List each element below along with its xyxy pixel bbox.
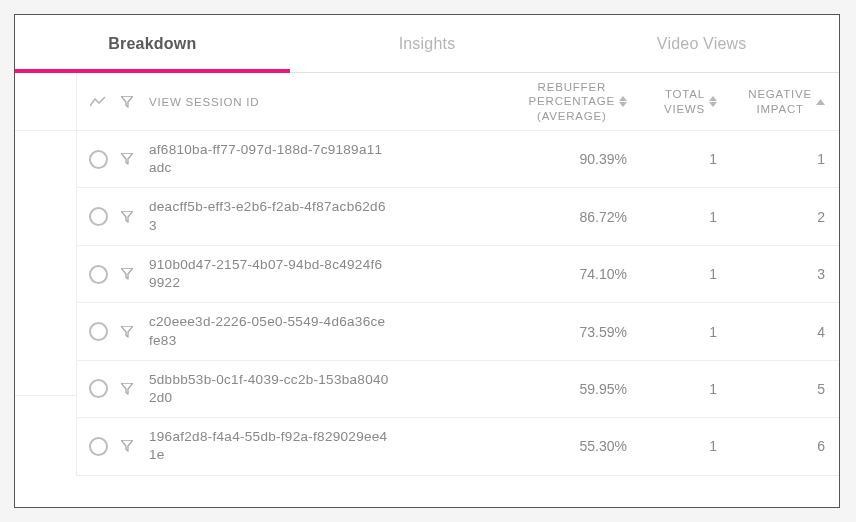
table-row: 5dbbb53b-0c1f-4039-cc2b-153ba80402d059.9…: [77, 361, 839, 418]
left-gutter: [15, 73, 77, 476]
sort-asc-icon: [816, 99, 825, 105]
row-select-radio[interactable]: [89, 265, 108, 284]
impact-cell: 5: [817, 381, 825, 397]
table-row: deacff5b-eff3-e2b6-f2ab-4f87acb62d6386.7…: [77, 188, 839, 245]
row-select-radio[interactable]: [89, 322, 108, 341]
column-header-views[interactable]: TOTALVIEWS: [635, 87, 725, 116]
impact-cell: 3: [817, 266, 825, 282]
svg-marker-2: [709, 96, 717, 101]
views-cell: 1: [709, 438, 717, 454]
svg-marker-1: [619, 102, 627, 107]
filter-icon[interactable]: [121, 383, 133, 395]
filter-icon[interactable]: [121, 326, 133, 338]
views-cell: 1: [709, 151, 717, 167]
session-id-cell: 5dbbb53b-0c1f-4039-cc2b-153ba80402d0: [149, 371, 389, 407]
rebuffer-cell: 73.59%: [580, 324, 627, 340]
table-row: af6810ba-ff77-097d-188d-7c9189a11adc90.3…: [77, 131, 839, 188]
row-select-radio[interactable]: [89, 379, 108, 398]
filter-icon[interactable]: [121, 153, 133, 165]
table-row: c20eee3d-2226-05e0-5549-4d6a36cefe8373.5…: [77, 303, 839, 360]
breakdown-panel: Breakdown Insights Video Views VIE: [14, 14, 840, 508]
column-header-impact[interactable]: NEGATIVEIMPACT: [725, 87, 825, 116]
row-select-radio[interactable]: [89, 207, 108, 226]
sort-icon: [709, 96, 717, 107]
views-cell: 1: [709, 324, 717, 340]
svg-marker-3: [709, 102, 717, 107]
session-id-cell: 910b0d47-2157-4b07-94bd-8c4924f69922: [149, 256, 389, 292]
impact-cell: 6: [817, 438, 825, 454]
table-header-row: VIEW SESSION ID REBUFFERPERCENTAGE(AVERA…: [77, 73, 839, 131]
row-select-radio[interactable]: [89, 150, 108, 169]
filter-icon[interactable]: [121, 211, 133, 223]
impact-cell: 2: [817, 209, 825, 225]
breakdown-table: VIEW SESSION ID REBUFFERPERCENTAGE(AVERA…: [77, 73, 839, 476]
views-cell: 1: [709, 266, 717, 282]
filter-icon[interactable]: [121, 96, 133, 108]
session-id-cell: c20eee3d-2226-05e0-5549-4d6a36cefe83: [149, 313, 389, 349]
filter-icon[interactable]: [121, 440, 133, 452]
views-cell: 1: [709, 209, 717, 225]
sort-icon: [619, 96, 627, 107]
filter-icon[interactable]: [121, 268, 133, 280]
session-id-cell: 196af2d8-f4a4-55db-f92a-f829029ee41e: [149, 428, 389, 464]
tab-video-views[interactable]: Video Views: [564, 15, 839, 72]
tab-insights[interactable]: Insights: [290, 15, 565, 72]
column-header-session[interactable]: VIEW SESSION ID: [141, 96, 495, 108]
table-row: 910b0d47-2157-4b07-94bd-8c4924f6992274.1…: [77, 246, 839, 303]
tab-label: Insights: [399, 35, 456, 53]
rebuffer-cell: 86.72%: [580, 209, 627, 225]
row-select-radio[interactable]: [89, 437, 108, 456]
rebuffer-cell: 59.95%: [580, 381, 627, 397]
tab-breakdown[interactable]: Breakdown: [15, 15, 290, 72]
svg-marker-4: [816, 99, 825, 105]
tab-label: Video Views: [657, 35, 747, 53]
impact-cell: 4: [817, 324, 825, 340]
session-id-cell: deacff5b-eff3-e2b6-f2ab-4f87acb62d63: [149, 198, 389, 234]
session-id-cell: af6810ba-ff77-097d-188d-7c9189a11adc: [149, 141, 389, 177]
rebuffer-cell: 55.30%: [580, 438, 627, 454]
impact-cell: 1: [817, 151, 825, 167]
rebuffer-cell: 74.10%: [580, 266, 627, 282]
svg-marker-0: [619, 96, 627, 101]
tabs-bar: Breakdown Insights Video Views: [15, 15, 839, 73]
rebuffer-cell: 90.39%: [580, 151, 627, 167]
views-cell: 1: [709, 381, 717, 397]
table-row: 196af2d8-f4a4-55db-f92a-f829029ee41e55.3…: [77, 418, 839, 475]
column-header-rebuffer[interactable]: REBUFFERPERCENTAGE(AVERAGE): [495, 80, 635, 123]
chart-icon[interactable]: [90, 96, 106, 108]
tab-label: Breakdown: [108, 35, 196, 53]
